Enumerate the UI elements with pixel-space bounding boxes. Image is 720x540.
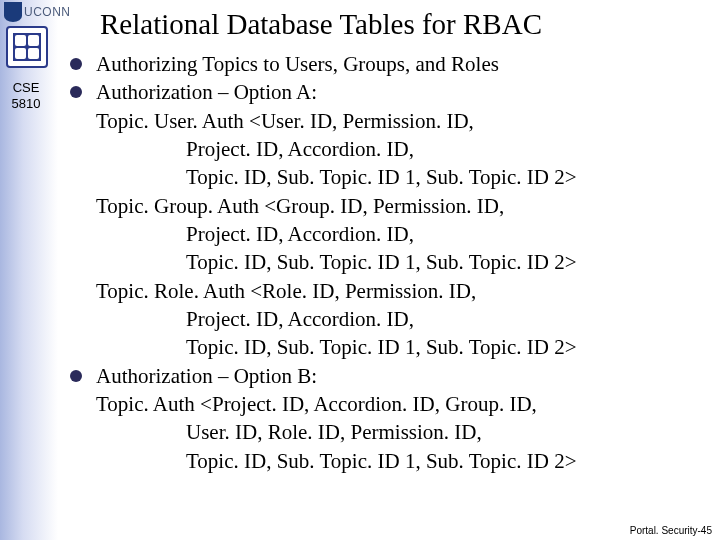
schema-line: Topic. Group. Auth <Group. ID, Permissio… xyxy=(96,192,710,220)
bullet-icon xyxy=(70,370,82,382)
bullet-icon xyxy=(70,86,82,98)
org-logo: UCONN xyxy=(4,2,71,22)
slide-footer: Portal. Security-45 xyxy=(630,525,712,536)
schema-line: Topic. User. Auth <User. ID, Permission.… xyxy=(96,107,710,135)
bullet-text: Authorization – Option A: xyxy=(96,78,710,106)
course-code-line1: CSE xyxy=(6,80,46,96)
bullet-text: Authorizing Topics to Users, Groups, and… xyxy=(96,50,710,78)
course-code: CSE 5810 xyxy=(6,80,46,111)
schema-line: Topic. ID, Sub. Topic. ID 1, Sub. Topic.… xyxy=(96,447,710,475)
bullet-text: Authorization – Option B: xyxy=(96,362,710,390)
org-name: UCONN xyxy=(24,5,71,19)
seal-icon xyxy=(6,26,48,68)
bullet-icon xyxy=(70,58,82,70)
schema-line: Project. ID, Accordion. ID, xyxy=(96,135,710,163)
schema-line: Topic. Role. Auth <Role. ID, Permission.… xyxy=(96,277,710,305)
course-code-line2: 5810 xyxy=(6,96,46,112)
bullet-item: Authorizing Topics to Users, Groups, and… xyxy=(70,50,710,78)
schema-line: Topic. ID, Sub. Topic. ID 1, Sub. Topic.… xyxy=(96,248,710,276)
schema-line: User. ID, Role. ID, Permission. ID, xyxy=(96,418,710,446)
bullet-item: Authorization – Option B: xyxy=(70,362,710,390)
slide-body: Authorizing Topics to Users, Groups, and… xyxy=(70,50,710,475)
slide-title: Relational Database Tables for RBAC xyxy=(100,8,542,41)
schema-line: Project. ID, Accordion. ID, xyxy=(96,220,710,248)
bullet-item: Authorization – Option A: xyxy=(70,78,710,106)
schema-line: Topic. ID, Sub. Topic. ID 1, Sub. Topic.… xyxy=(96,333,710,361)
shield-icon xyxy=(4,2,22,22)
schema-line: Topic. ID, Sub. Topic. ID 1, Sub. Topic.… xyxy=(96,163,710,191)
schema-line: Project. ID, Accordion. ID, xyxy=(96,305,710,333)
schema-line: Topic. Auth <Project. ID, Accordion. ID,… xyxy=(96,390,710,418)
